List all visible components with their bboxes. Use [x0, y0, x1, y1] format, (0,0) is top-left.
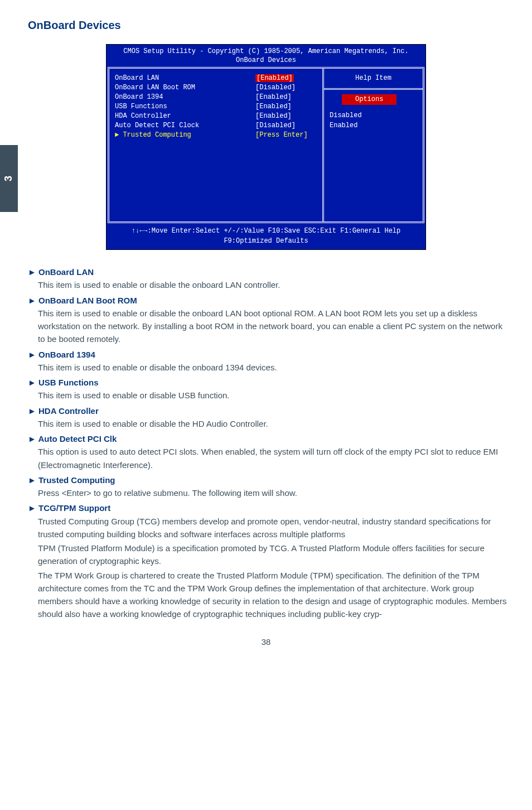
- item-body: This item is used to enable or disable t…: [38, 278, 509, 291]
- bios-footer: ↑↓←→:Move Enter:Select +/-/:Value F10:Sa…: [107, 224, 425, 249]
- bios-setting-label: Auto Detect PCI Clock: [115, 120, 199, 130]
- option-disabled: Disabled: [330, 110, 417, 121]
- chapter-side-tab: 3: [0, 145, 18, 212]
- bios-help-panel: Help Item Options Disabled Enabled: [322, 69, 423, 221]
- bios-setting-value: [Disabled]: [255, 120, 317, 130]
- item-heading-usb: USB Functions: [28, 376, 509, 389]
- bios-setting-row: OnBoard LAN[Enabled]: [115, 73, 317, 83]
- section-heading: OnBoard Devices: [28, 17, 510, 34]
- bios-setting-row: OnBoard LAN Boot ROM[Disabled]: [115, 83, 317, 92]
- item-body: This item is used to enable or disable t…: [38, 417, 509, 430]
- item-heading-trusted: Trusted Computing: [28, 474, 509, 486]
- bios-setting-value: [Enabled]: [255, 92, 317, 102]
- bios-setting-row: ► Trusted Computing[Press Enter]: [115, 130, 317, 139]
- bios-setting-label: ► Trusted Computing: [115, 130, 191, 139]
- options-pill: Options: [342, 94, 396, 105]
- help-title: Help Item: [324, 69, 423, 90]
- bios-setting-value: [Enabled]: [255, 73, 317, 83]
- item-body: This item is used to enable or disable t…: [38, 307, 509, 346]
- bios-setting-row: OnBoard 1394[Enabled]: [115, 92, 317, 102]
- bios-body: OnBoard LAN[Enabled]OnBoard LAN Boot ROM…: [108, 67, 424, 223]
- bios-footer-line1: ↑↓←→:Move Enter:Select +/-/:Value F10:Sa…: [108, 226, 424, 236]
- item-body: Trusted Computing Group (TCG) members de…: [38, 515, 509, 541]
- bios-setting-value: [Press Enter]: [255, 130, 317, 139]
- bios-setting-row: USB Functions[Enabled]: [115, 102, 317, 111]
- item-body: This item is used to enable or disable U…: [38, 389, 509, 402]
- bios-setting-row: HDA Controller[Enabled]: [115, 111, 317, 120]
- bios-settings-panel: OnBoard LAN[Enabled]OnBoard LAN Boot ROM…: [109, 69, 322, 221]
- help-body: Options Disabled Enabled: [324, 90, 423, 221]
- bios-setting-label: USB Functions: [115, 102, 167, 111]
- bios-screenshot: CMOS Setup Utility - Copyright (C) 1985-…: [106, 44, 426, 250]
- document-content: OnBoard LAN This item is used to enable …: [28, 266, 509, 621]
- item-body: This item is used to enable or disable t…: [38, 361, 509, 374]
- item-heading-hda: HDA Controller: [28, 404, 509, 417]
- chapter-number: 3: [1, 176, 17, 181]
- bios-setting-row: Auto Detect PCI Clock[Disabled]: [115, 120, 317, 130]
- item-heading-boot-rom: OnBoard LAN Boot ROM: [28, 294, 509, 307]
- bios-setting-label: OnBoard 1394: [115, 92, 163, 102]
- item-heading-pci: Auto Detect PCI Clk: [28, 432, 509, 445]
- item-body: The TPM Work Group is chartered to creat…: [38, 569, 509, 621]
- bios-header: CMOS Setup Utility - Copyright (C) 1985-…: [107, 45, 425, 66]
- bios-setting-value: [Disabled]: [255, 83, 317, 92]
- item-body: Press <Enter> to go to relative submenu.…: [38, 486, 509, 499]
- bios-setting-label: HDA Controller: [115, 111, 171, 120]
- bios-setting-label: OnBoard LAN: [115, 73, 159, 83]
- bios-header-line1: CMOS Setup Utility - Copyright (C) 1985-…: [109, 47, 423, 56]
- bios-footer-line2: F9:Optimized Defaults: [108, 237, 424, 246]
- bios-setting-value: [Enabled]: [255, 102, 317, 111]
- item-heading-1394: OnBoard 1394: [28, 348, 509, 361]
- bios-setting-label: OnBoard LAN Boot ROM: [115, 83, 195, 92]
- item-body: TPM (Trusted Platform Module) is a speci…: [38, 542, 509, 568]
- bios-header-line2: OnBoard Devices: [109, 56, 423, 65]
- option-enabled: Enabled: [330, 120, 417, 131]
- bios-setting-value: [Enabled]: [255, 111, 317, 120]
- item-heading-tcg: TCG/TPM Support: [28, 502, 509, 514]
- page-number: 38: [22, 635, 510, 648]
- item-heading-onboard-lan: OnBoard LAN: [28, 266, 509, 278]
- item-body: This option is used to auto detect PCI s…: [38, 445, 509, 471]
